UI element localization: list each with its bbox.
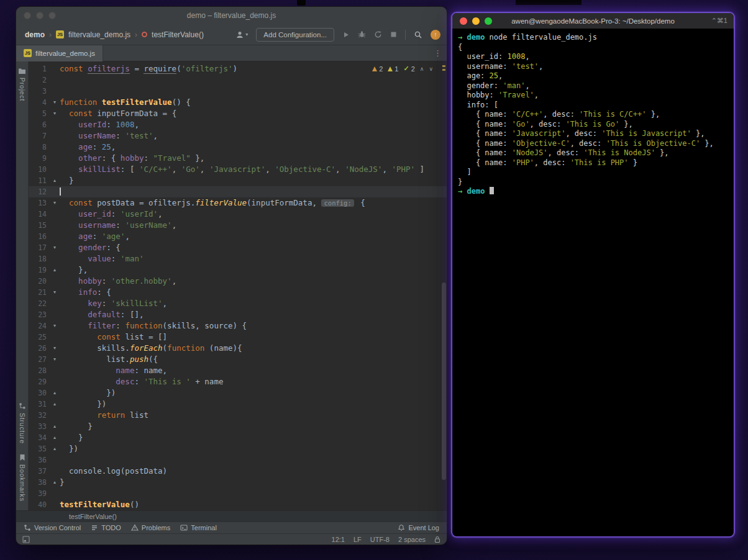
bottom-breadcrumb-symbol[interactable]: testFilterValue() — [69, 513, 117, 520]
code-line-17[interactable]: 17▾ gender: { — [29, 242, 447, 253]
ide-titlebar[interactable]: demo – filtervalue_demo.js — [16, 7, 447, 24]
code-line-5[interactable]: 5▾ const inputFormData = { — [29, 108, 447, 119]
code-line-28[interactable]: 28 name: name, — [29, 365, 447, 376]
line-number[interactable]: 5 — [29, 108, 50, 119]
fold-marker-icon[interactable]: ▴ — [50, 443, 60, 454]
code-line-31[interactable]: 31▴ }) — [29, 399, 447, 410]
close-button[interactable] — [24, 12, 31, 19]
fold-marker-icon[interactable]: ▴ — [50, 432, 60, 443]
line-number[interactable]: 17 — [29, 242, 50, 253]
fold-marker-icon[interactable]: ▾ — [50, 108, 60, 119]
code-line-3[interactable]: 3 — [29, 86, 447, 97]
code-line-7[interactable]: 7 userName: 'test', — [29, 130, 447, 142]
code-line-15[interactable]: 15 username: 'userName', — [29, 220, 447, 231]
line-number[interactable]: 1 — [29, 63, 50, 75]
update-available-icon[interactable]: ↑ — [431, 30, 440, 40]
fold-marker-icon[interactable]: ▾ — [50, 197, 60, 209]
line-number[interactable]: 21 — [29, 287, 50, 298]
line-number[interactable]: 31 — [29, 399, 50, 410]
sidebar-item-bookmarks[interactable]: Bookmarks — [19, 454, 26, 502]
code-line-11[interactable]: 11▴ } — [29, 175, 447, 186]
add-configuration-button[interactable]: Add Configuration... — [256, 28, 334, 42]
terminal-output[interactable]: → demo node filtervalue_demo.js{ user_id… — [452, 29, 734, 201]
bottom-breadcrumb[interactable]: testFilterValue() — [16, 510, 447, 522]
next-problem-icon[interactable]: ∨ — [429, 66, 433, 72]
run-icon[interactable] — [342, 31, 350, 38]
line-number[interactable]: 32 — [29, 410, 50, 421]
fold-marker-icon[interactable]: ▴ — [50, 399, 60, 410]
breadcrumb-project[interactable]: demo — [25, 30, 45, 39]
line-number[interactable]: 16 — [29, 231, 50, 242]
line-number[interactable]: 9 — [29, 153, 50, 164]
toolwindow-version-control[interactable]: Version Control — [24, 524, 81, 531]
code-line-35[interactable]: 35▴ }) — [29, 443, 447, 454]
fold-marker-icon[interactable]: ▾ — [50, 354, 60, 365]
indent-style[interactable]: 2 spaces — [398, 536, 426, 543]
line-number[interactable]: 24 — [29, 320, 50, 332]
close-button[interactable] — [460, 17, 467, 25]
fold-marker-icon[interactable]: ▾ — [50, 343, 60, 354]
line-number[interactable]: 34 — [29, 432, 50, 443]
stop-icon[interactable] — [390, 31, 397, 38]
code-line-30[interactable]: 30▴ }) — [29, 387, 447, 399]
coverage-icon[interactable] — [374, 30, 382, 38]
fold-marker-icon[interactable]: ▾ — [50, 97, 60, 108]
line-number[interactable]: 13 — [29, 197, 50, 209]
minimize-button[interactable] — [36, 12, 43, 19]
fold-marker-icon[interactable]: ▾ — [50, 320, 60, 332]
fold-marker-icon[interactable]: ▾ — [50, 287, 60, 298]
code-line-39[interactable]: 39 — [29, 488, 447, 499]
line-number[interactable]: 27 — [29, 354, 50, 365]
code-line-10[interactable]: 10 skillList: [ 'C/C++', 'Go', 'Javascri… — [29, 164, 447, 175]
line-number[interactable]: 23 — [29, 309, 50, 320]
line-number[interactable]: 18 — [29, 253, 50, 264]
line-number[interactable]: 19 — [29, 264, 50, 276]
code-line-32[interactable]: 32 return list — [29, 410, 447, 421]
search-icon[interactable] — [414, 30, 422, 39]
fold-marker-icon[interactable]: ▴ — [50, 421, 60, 432]
tab-filtervalue-demo[interactable]: JS filtervalue_demo.js — [16, 45, 103, 61]
line-number[interactable]: 2 — [29, 75, 50, 86]
breadcrumb-symbol[interactable]: testFilterValue() — [152, 30, 204, 39]
code-line-24[interactable]: 24▾ filter: function(skills, source) { — [29, 320, 447, 332]
code-line-23[interactable]: 23 default: [], — [29, 309, 447, 320]
line-number[interactable]: 30 — [29, 387, 50, 399]
code-line-16[interactable]: 16 age: 'age', — [29, 231, 447, 242]
line-number[interactable]: 4 — [29, 97, 50, 108]
line-number[interactable]: 7 — [29, 130, 50, 142]
code-line-2[interactable]: 2 — [29, 75, 447, 86]
line-number[interactable]: 29 — [29, 376, 50, 387]
line-number[interactable]: 38 — [29, 477, 50, 488]
line-number[interactable]: 10 — [29, 164, 50, 175]
code-line-22[interactable]: 22 key: 'skillList', — [29, 298, 447, 309]
line-number[interactable]: 11 — [29, 175, 50, 186]
code-line-38[interactable]: 38▴} — [29, 477, 447, 488]
code-line-12[interactable]: 12 — [29, 186, 447, 197]
code-line-9[interactable]: 9 other: { hobby: "Travel" }, — [29, 153, 447, 164]
warning-indicator[interactable]: 2 — [372, 65, 383, 73]
fold-marker-icon[interactable]: ▴ — [50, 264, 60, 276]
code-line-8[interactable]: 8 age: 25, — [29, 142, 447, 153]
code-line-40[interactable]: 40testFilterValue() — [29, 499, 447, 510]
caret-position[interactable]: 12:1 — [332, 536, 345, 543]
code-line-13[interactable]: 13▾ const postData = ofilterjs.filterVal… — [29, 197, 447, 209]
lock-icon[interactable] — [434, 536, 440, 543]
line-number[interactable]: 36 — [29, 454, 50, 466]
line-number[interactable]: 26 — [29, 343, 50, 354]
fold-marker-icon[interactable]: ▴ — [50, 175, 60, 186]
line-number[interactable]: 3 — [29, 86, 50, 97]
line-number[interactable]: 28 — [29, 365, 50, 376]
code-line-29[interactable]: 29 desc: 'This is ' + name — [29, 376, 447, 387]
debug-icon[interactable] — [358, 30, 366, 38]
code-line-19[interactable]: 19▴ }, — [29, 264, 447, 276]
code-line-20[interactable]: 20 hobby: 'other.hobby', — [29, 276, 447, 287]
line-separator[interactable]: LF — [353, 536, 362, 543]
fold-marker-icon[interactable]: ▴ — [50, 477, 60, 488]
weak-warning-indicator[interactable]: 1 — [388, 65, 398, 73]
line-number[interactable]: 33 — [29, 421, 50, 432]
code-line-27[interactable]: 27▾ list.push({ — [29, 354, 447, 365]
terminal-titlebar[interactable]: awen@wengaodeMacBook-Pro-3: ~/Desktop/de… — [452, 13, 734, 29]
line-number[interactable]: 39 — [29, 488, 50, 499]
line-number[interactable]: 20 — [29, 276, 50, 287]
code-line-6[interactable]: 6 userId: 1008, — [29, 119, 447, 130]
